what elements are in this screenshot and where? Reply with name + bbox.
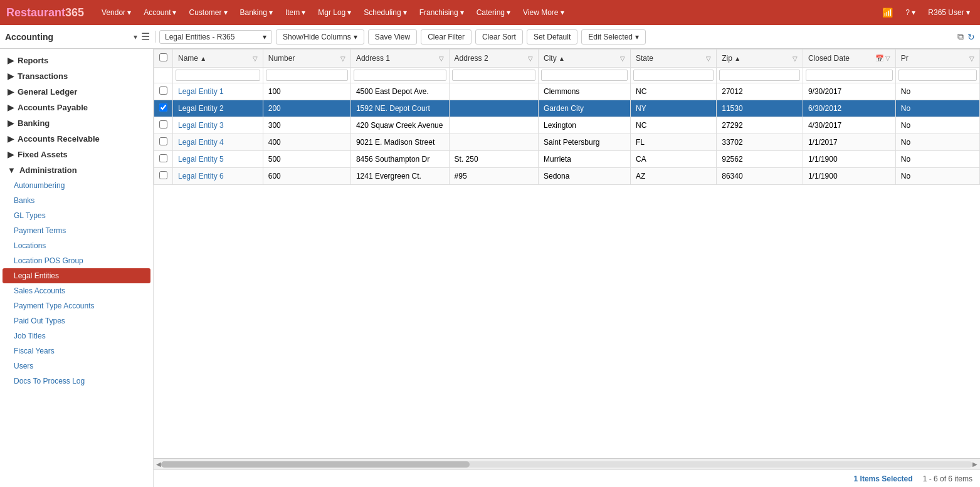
sidebar-item-fiscal-years[interactable]: Fiscal Years [0, 343, 153, 359]
sidebar-item-autonumbering[interactable]: Autonumbering [0, 178, 153, 193]
sidebar-item-paid-out-types[interactable]: Paid Out Types [0, 313, 153, 328]
sidebar-item-general-ledger[interactable]: ▶ General Ledger [0, 84, 153, 100]
nav-account[interactable]: Account [139, 6, 181, 19]
entity-link[interactable]: Legal Entity 1 [178, 87, 224, 96]
name-filter-icon[interactable]: ▽ [253, 55, 258, 62]
sidebar-item-transactions[interactable]: ▶ Transactions [0, 68, 153, 84]
sidebar-item-banking[interactable]: ▶ Banking [0, 115, 153, 131]
sidebar-item-sales-accounts[interactable]: Sales Accounts [0, 283, 153, 298]
filter-pr-input[interactable] [898, 70, 977, 81]
nav-catering[interactable]: Catering [472, 6, 515, 19]
clear-sort-button[interactable]: Clear Sort [475, 29, 523, 45]
nav-franchising[interactable]: Franchising [414, 6, 469, 19]
sidebar-item-administration[interactable]: ▼ Administration [0, 162, 153, 178]
closed-date-calendar-icon[interactable]: 📅 [875, 55, 884, 63]
sidebar-item-fixed-assets[interactable]: ▶ Fixed Assets [0, 147, 153, 162]
col-header-zip[interactable]: Zip ▲ ▽ [717, 50, 803, 68]
sidebar-item-legal-entities[interactable]: Legal Entities [3, 268, 150, 283]
user-menu[interactable]: R365 User ▾ [924, 6, 974, 19]
pr-filter-icon[interactable]: ▽ [969, 55, 974, 62]
hamburger-menu-icon[interactable]: ☰ [141, 31, 150, 43]
nav-customer[interactable]: Customer [184, 6, 232, 19]
row-name-cell[interactable]: Legal Entity 1 [173, 83, 263, 100]
nav-vendor[interactable]: Vendor [97, 6, 136, 19]
scroll-thumb[interactable] [161, 461, 470, 468]
filter-address2-input[interactable] [452, 70, 535, 81]
table-row[interactable]: Legal Entity 22001592 NE. Depot CourtGar… [154, 100, 980, 117]
table-row[interactable]: Legal Entity 66001241 Evergreen Ct.#95Se… [154, 168, 980, 185]
view-select-dropdown[interactable]: Legal Entities - R365 ▾ [159, 30, 272, 44]
filter-name-input[interactable] [176, 70, 260, 81]
sidebar-item-accounts-receivable[interactable]: ▶ Accounts Receivable [0, 131, 153, 147]
closed-date-filter-icon[interactable]: ▽ [885, 55, 890, 63]
row-checkbox[interactable] [159, 137, 167, 145]
entity-link[interactable]: Legal Entity 4 [178, 138, 224, 147]
filter-city-input[interactable] [541, 70, 628, 81]
filter-address1-input[interactable] [354, 70, 446, 81]
filter-closed-date-input[interactable] [806, 70, 893, 81]
row-name-cell[interactable]: Legal Entity 5 [173, 151, 263, 168]
help-button[interactable]: ? ▾ [902, 6, 919, 19]
sidebar-item-reports[interactable]: ▶ Reports [0, 53, 153, 68]
col-header-number[interactable]: Number ▽ [263, 50, 350, 68]
select-all-checkbox[interactable] [159, 53, 167, 61]
set-default-button[interactable]: Set Default [527, 29, 577, 45]
table-row[interactable]: Legal Entity 44009021 E. Madison StreetS… [154, 134, 980, 151]
zip-filter-icon[interactable]: ▽ [793, 55, 798, 62]
address2-filter-icon[interactable]: ▽ [528, 55, 533, 62]
nav-scheduling[interactable]: Scheduling [359, 6, 411, 19]
sidebar-item-locations[interactable]: Locations [0, 238, 153, 253]
row-checkbox[interactable] [159, 103, 167, 112]
row-checkbox[interactable] [159, 154, 167, 162]
sidebar-item-banks[interactable]: Banks [0, 193, 153, 208]
filter-state-input[interactable] [633, 70, 714, 81]
sidebar-item-payment-type-accounts[interactable]: Payment Type Accounts [0, 298, 153, 313]
entity-link[interactable]: Legal Entity 3 [178, 121, 224, 130]
sidebar-item-gl-types[interactable]: GL Types [0, 208, 153, 223]
sidebar-item-docs-to-process-log[interactable]: Docs To Process Log [0, 374, 153, 389]
nav-banking[interactable]: Banking [235, 6, 278, 19]
entity-link[interactable]: Legal Entity 5 [178, 155, 224, 164]
row-name-cell[interactable]: Legal Entity 2 [173, 100, 263, 117]
sidebar-item-location-pos-group[interactable]: Location POS Group [0, 253, 153, 268]
row-name-cell[interactable]: Legal Entity 3 [173, 117, 263, 134]
col-header-city[interactable]: City ▲ ▽ [538, 50, 630, 68]
show-hide-columns-button[interactable]: Show/Hide Columns ▾ [276, 29, 364, 45]
filter-zip-input[interactable] [719, 70, 800, 81]
scroll-left-arrow[interactable]: ◀ [156, 461, 161, 468]
clear-filter-button[interactable]: Clear Filter [421, 29, 472, 45]
col-header-closed-date[interactable]: Closed Date 📅 ▽ [803, 50, 895, 68]
save-view-button[interactable]: Save View [368, 29, 417, 45]
sidebar-item-payment-terms[interactable]: Payment Terms [0, 223, 153, 238]
scroll-right-arrow[interactable]: ▶ [972, 461, 977, 468]
row-checkbox[interactable] [159, 86, 167, 95]
state-filter-icon[interactable]: ▽ [706, 55, 711, 62]
filter-number-input[interactable] [266, 70, 348, 81]
nav-mgrlog[interactable]: Mgr Log [313, 6, 356, 19]
row-name-cell[interactable]: Legal Entity 4 [173, 134, 263, 151]
brand-logo[interactable]: Restaurant365 [6, 6, 84, 19]
wifi-signal-icon[interactable]: 📶 [878, 5, 897, 20]
edit-selected-button[interactable]: Edit Selected ▾ [581, 29, 646, 45]
scroll-track[interactable] [161, 461, 972, 468]
nav-viewmore[interactable]: View More [518, 6, 569, 19]
address1-filter-icon[interactable]: ▽ [439, 55, 444, 62]
row-checkbox[interactable] [159, 171, 167, 179]
horizontal-scrollbar[interactable]: ◀ ▶ [154, 458, 980, 469]
col-header-state[interactable]: State ▽ [630, 50, 716, 68]
table-row[interactable]: Legal Entity 11004500 East Depot Ave.Cle… [154, 83, 980, 100]
entity-link[interactable]: Legal Entity 6 [178, 172, 224, 181]
table-row[interactable]: Legal Entity 55008456 Southampton DrSt. … [154, 151, 980, 168]
col-header-address2[interactable]: Address 2 ▽ [449, 50, 538, 68]
data-grid[interactable]: Name ▲ ▽ Number ▽ Addres [154, 49, 980, 458]
number-filter-icon[interactable]: ▽ [340, 55, 345, 62]
city-filter-icon[interactable]: ▽ [620, 55, 625, 62]
accounting-dropdown-arrow[interactable]: ▾ [134, 33, 137, 41]
col-header-address1[interactable]: Address 1 ▽ [350, 50, 449, 68]
col-header-pr[interactable]: Pr ▽ [895, 50, 979, 68]
sidebar-item-job-titles[interactable]: Job Titles [0, 328, 153, 343]
nav-item[interactable]: Item [280, 6, 310, 19]
table-row[interactable]: Legal Entity 3300420 Squaw Creek AvenueL… [154, 117, 980, 134]
copy-icon[interactable]: ⧉ [957, 31, 964, 42]
refresh-icon[interactable]: ↻ [967, 32, 975, 42]
